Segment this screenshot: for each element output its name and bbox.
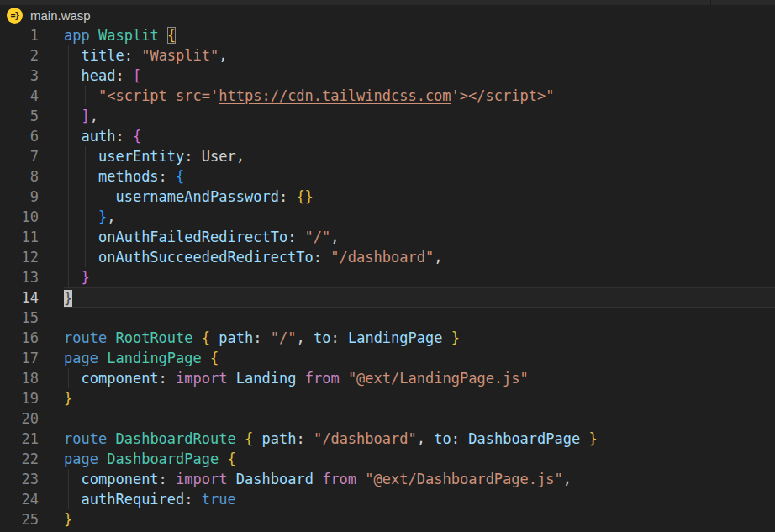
- code-line-content[interactable]: [64, 308, 775, 328]
- code-token: [64, 188, 115, 205]
- code-line-22[interactable]: 22page DashboardPage {: [0, 449, 775, 469]
- code-line-9[interactable]: 9 usernameAndPassword: {}: [0, 187, 775, 207]
- code-token: {}: [296, 188, 313, 205]
- code-line-15[interactable]: 15: [0, 308, 775, 328]
- code-line-4[interactable]: 4 "<script src='https://cdn.tailwindcss.…: [0, 86, 775, 106]
- code-line-content[interactable]: methods: {: [64, 166, 775, 187]
- code-token: import: [176, 471, 227, 487]
- code-line-content[interactable]: title: "Wasplit",: [64, 45, 775, 66]
- code-line-3[interactable]: 3 head: [: [0, 66, 775, 86]
- code-token: [64, 108, 81, 124]
- code-line-25[interactable]: 25}: [0, 509, 775, 529]
- code-line-12[interactable]: 12 onAuthSucceededRedirectTo: "/dashboar…: [0, 247, 775, 267]
- code-line-24[interactable]: 24 authRequired: true: [0, 489, 775, 509]
- code-token: }: [64, 390, 72, 407]
- code-token: ]: [81, 108, 89, 124]
- indent-guide: [68, 66, 69, 86]
- code-token: ,: [434, 249, 442, 266]
- code-line-13[interactable]: 13 }: [0, 267, 775, 287]
- line-number: 19: [0, 388, 39, 408]
- code-token: [64, 471, 81, 487]
- code-line-content[interactable]: },: [64, 207, 775, 227]
- matched-bracket: {: [167, 27, 176, 44]
- code-token: [236, 430, 245, 447]
- code-line-5[interactable]: 5 ],: [0, 106, 775, 126]
- code-line-content[interactable]: component: import Dashboard from "@ext/D…: [64, 469, 775, 489]
- code-line-content[interactable]: usernameAndPassword: {}: [64, 187, 775, 207]
- code-token: app: [64, 27, 90, 44]
- code-token: :: [253, 329, 270, 346]
- code-line-14[interactable]: 14}: [0, 287, 775, 308]
- code-line-8[interactable]: 8 methods: {: [0, 166, 775, 187]
- code-token: "@ext/LandingPage.js": [348, 370, 529, 387]
- tab-main-wasp[interactable]: =} main.wasp: [0, 5, 775, 25]
- line-number: 2: [0, 45, 39, 66]
- code-line-content[interactable]: page LandingPage {: [64, 348, 775, 368]
- code-token: {: [228, 450, 236, 467]
- code-line-content[interactable]: }: [64, 267, 775, 287]
- code-token: :: [279, 188, 296, 205]
- code-line-content[interactable]: onAuthSucceededRedirectTo: "/dashboard",: [64, 247, 775, 267]
- code-line-content[interactable]: authRequired: true: [64, 489, 775, 509]
- code-line-23[interactable]: 23 component: import Dashboard from "@ex…: [0, 469, 775, 489]
- code-line-content[interactable]: component: import Landing from "@ext/Lan…: [64, 368, 775, 388]
- code-line-6[interactable]: 6 auth: {: [0, 126, 775, 146]
- code-token: {: [245, 430, 253, 447]
- code-token: "Wasplit": [141, 47, 219, 64]
- code-line-content[interactable]: route RootRoute { path: "/", to: Landing…: [64, 328, 775, 348]
- code-line-content[interactable]: }: [64, 287, 775, 308]
- line-number: 17: [0, 348, 39, 368]
- line-number: 9: [0, 187, 39, 207]
- code-line-2[interactable]: 2 title: "Wasplit",: [0, 45, 775, 66]
- line-number: 5: [0, 106, 39, 126]
- code-line-21[interactable]: 21route DashboardRoute { path: "/dashboa…: [0, 429, 775, 449]
- code-line-18[interactable]: 18 component: import Landing from "@ext/…: [0, 368, 775, 388]
- code-line-1[interactable]: 1app Wasplit {: [0, 25, 775, 45]
- code-line-20[interactable]: 20: [0, 408, 775, 429]
- code-token: LandingPage: [348, 329, 443, 346]
- code-token: onAuthSucceededRedirectTo: [98, 249, 314, 266]
- code-line-content[interactable]: [64, 408, 775, 429]
- code-line-10[interactable]: 10 },: [0, 207, 775, 227]
- code-token: title: [81, 47, 124, 64]
- code-token: :: [296, 430, 313, 447]
- code-token: component: [81, 471, 158, 487]
- code-line-content[interactable]: app Wasplit {: [64, 25, 775, 45]
- code-line-16[interactable]: 16route RootRoute { path: "/", to: Landi…: [0, 328, 775, 348]
- code-line-17[interactable]: 17page LandingPage {: [0, 348, 775, 368]
- line-number: 7: [0, 146, 39, 166]
- code-line-7[interactable]: 7 userEntity: User,: [0, 146, 775, 166]
- code-token: usernameAndPassword: [115, 188, 278, 205]
- code-token: User: [202, 148, 236, 165]
- code-token: true: [202, 491, 236, 508]
- code-token: ,: [330, 229, 339, 245]
- code-token: route: [64, 329, 107, 346]
- code-token: :: [287, 229, 304, 245]
- code-token: :: [159, 370, 176, 387]
- indent-guide: [68, 227, 69, 247]
- code-line-content[interactable]: }: [64, 509, 775, 529]
- code-line-content[interactable]: ],: [64, 106, 775, 126]
- code-token: Dashboard: [236, 471, 314, 487]
- indent-guide: [68, 45, 69, 66]
- code-line-content[interactable]: userEntity: User,: [64, 146, 775, 166]
- line-number: 23: [0, 469, 39, 489]
- line-number: 13: [0, 267, 39, 287]
- code-line-11[interactable]: 11 onAuthFailedRedirectTo: "/",: [0, 227, 775, 247]
- code-line-content[interactable]: auth: {: [64, 126, 775, 146]
- line-number: 14: [0, 287, 39, 308]
- code-line-content[interactable]: head: [: [64, 66, 775, 86]
- indent-guide: [85, 86, 86, 106]
- code-line-content[interactable]: }: [64, 388, 775, 408]
- code-line-content[interactable]: page DashboardPage {: [64, 449, 775, 469]
- code-line-content[interactable]: onAuthFailedRedirectTo: "/",: [64, 227, 775, 247]
- code-token: to: [314, 329, 330, 346]
- code-line-content[interactable]: "<script src='https://cdn.tailwindcss.co…: [64, 86, 775, 106]
- code-token: [98, 450, 107, 467]
- indent-guide: [68, 207, 69, 227]
- code-area[interactable]: 1app Wasplit {2 title: "Wasplit",3 head:…: [0, 25, 775, 532]
- code-token: Landing: [236, 370, 297, 387]
- code-line-content[interactable]: route DashboardRoute { path: "/dashboard…: [64, 429, 775, 449]
- wasp-logo-icon: =}: [7, 8, 23, 24]
- code-line-19[interactable]: 19}: [0, 388, 775, 408]
